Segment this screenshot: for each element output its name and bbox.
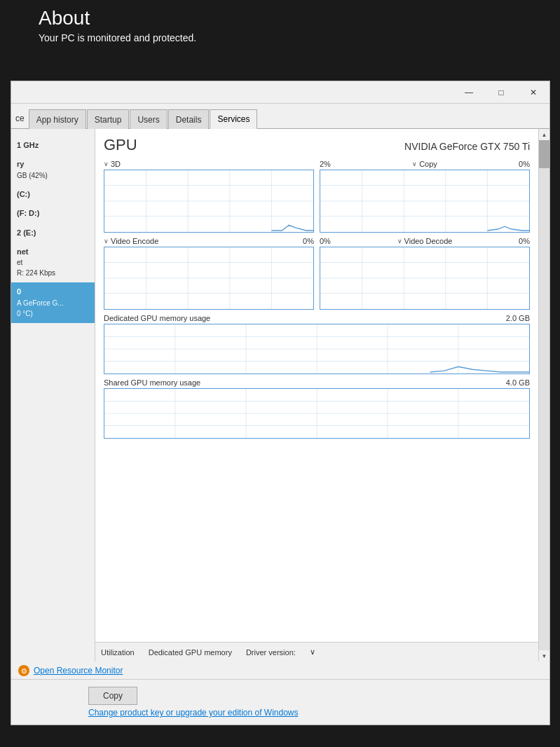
title-bar: — □ ✕ — [11, 81, 549, 104]
bottom-bar: Copy Change product key or upgrade your … — [11, 679, 549, 725]
title-bar-buttons: — □ ✕ — [453, 81, 549, 103]
dedicated-memory-chart — [104, 324, 530, 374]
about-subtitle: Your PC is monitored and protected. — [39, 32, 196, 43]
chart-encode-percent: 0% — [303, 237, 314, 245]
tab-users[interactable]: Users — [130, 109, 167, 129]
gpu-top-chart-row: ∨ 3D — [104, 160, 530, 233]
chart-3d-canvas — [104, 170, 314, 233]
tab-ellipsis: ce — [11, 109, 29, 128]
sidebar-item-disk-fd[interactable]: (F: D:) — [11, 204, 95, 223]
tab-services[interactable]: Services — [210, 109, 257, 129]
status-driver: Driver version: — [246, 648, 296, 657]
gpu-model-name: NVIDIA GeForce GTX 750 Ti — [404, 141, 530, 152]
task-manager-window: — □ ✕ ce App history Startup Users Detai… — [11, 81, 550, 725]
left-sidebar: 1 GHz ry GB (42%) (C:) (F: D:) 2 (E:) ne… — [11, 129, 95, 662]
shared-memory-label: Shared GPU memory usage — [104, 378, 200, 387]
chart-copy-canvas — [320, 170, 530, 233]
shared-memory-chart — [104, 388, 530, 439]
dedicated-memory-label-row: Dedicated GPU memory usage 2.0 GB — [104, 314, 530, 322]
dedicated-memory-svg — [104, 324, 529, 374]
open-resource-monitor-link[interactable]: Open Resource Monitor — [34, 666, 123, 676]
chart-video-encode: ∨ Video Encode 0% — [104, 237, 314, 310]
chart-3d-label-row: ∨ 3D — [104, 160, 314, 168]
chart-decode-percent: 0% — [519, 237, 530, 245]
dedicated-memory-section: Dedicated GPU memory usage 2.0 GB — [104, 314, 530, 374]
scroll-down-arrow[interactable]: ▼ — [539, 650, 550, 662]
tab-bar: ce App history Startup Users Details Ser… — [11, 104, 549, 129]
chart-copy-label-row: 2% ∨ Copy 0% — [320, 160, 530, 168]
outer-wrapper: About Your PC is monitored and protected… — [0, 0, 560, 747]
chart-copy: 2% ∨ Copy 0% — [320, 160, 530, 233]
minimize-button[interactable]: — — [453, 81, 485, 104]
upgrade-windows-link[interactable]: Change product key or upgrade your editi… — [88, 708, 542, 718]
main-content: GPU NVIDIA GeForce GTX 750 Ti ∨ 3D — [95, 129, 538, 662]
tab-details[interactable]: Details — [168, 109, 210, 129]
chart-decode-svg — [320, 247, 529, 309]
status-driver-dropdown[interactable]: ∨ — [310, 647, 315, 657]
chevron-down-icon-4[interactable]: ∨ — [397, 238, 402, 245]
status-dedicated-mem: Dedicated GPU memory — [149, 648, 232, 657]
dedicated-memory-label: Dedicated GPU memory usage — [104, 314, 210, 322]
sidebar-item-disk-e[interactable]: 2 (E:) — [11, 224, 95, 242]
resource-monitor-bar: ⊙ Open Resource Monitor — [11, 662, 549, 679]
gpu-header: GPU NVIDIA GeForce GTX 750 Ti — [104, 136, 530, 154]
gpu-section-title: GPU — [104, 136, 137, 154]
sidebar-item-cpu[interactable]: 1 GHz — [11, 136, 95, 155]
sidebar-item-disk-c[interactable]: (C:) — [11, 185, 95, 204]
chart-3d-label: ∨ 3D — [104, 160, 121, 168]
chart-encode-canvas — [104, 247, 314, 310]
sidebar-item-network[interactable]: net et R: 224 Kbps — [11, 242, 95, 282]
chart-copy-svg — [320, 170, 529, 232]
maximize-button[interactable]: □ — [485, 81, 517, 104]
chart-video-decode: 0% ∨ Video Decode 0% — [320, 237, 530, 310]
copy-button[interactable]: Copy — [88, 687, 137, 705]
shared-memory-label-row: Shared GPU memory usage 4.0 GB — [104, 378, 530, 387]
scroll-thumb[interactable] — [539, 140, 549, 168]
close-button[interactable]: ✕ — [517, 81, 549, 104]
tab-app-history[interactable]: App history — [29, 109, 86, 129]
chart-3d-svg — [104, 170, 313, 232]
chart-encode-svg — [104, 247, 313, 309]
chart-decode-label: ∨ Video Decode — [397, 237, 453, 245]
sidebar-item-gpu[interactable]: 0 A GeForce G... 0 °C) — [11, 282, 95, 322]
scroll-track[interactable] — [539, 140, 549, 650]
status-utilization: Utilization — [101, 648, 135, 657]
chart-encode-label: ∨ Video Encode — [104, 237, 158, 245]
chart-copy-percent: 0% — [519, 160, 530, 168]
gpu-encode-decode-row: ∨ Video Encode 0% — [104, 237, 530, 310]
chart-3d: ∨ 3D — [104, 160, 314, 233]
chart-decode-label-row: 0% ∨ Video Decode 0% — [320, 237, 530, 245]
chevron-down-icon[interactable]: ∨ — [104, 160, 109, 167]
sidebar-item-memory[interactable]: ry GB (42%) — [11, 155, 95, 184]
scrollbar[interactable]: ▲ ▼ — [538, 129, 549, 662]
chevron-down-icon-2[interactable]: ∨ — [412, 160, 417, 167]
status-row: Utilization Dedicated GPU memory Driver … — [95, 642, 538, 662]
chart-decode-percent-left: 0% — [320, 237, 331, 245]
tab-startup[interactable]: Startup — [87, 109, 130, 129]
scroll-up-arrow[interactable]: ▲ — [539, 129, 550, 140]
about-section: About Your PC is monitored and protected… — [39, 7, 196, 43]
chart-encode-label-row: ∨ Video Encode 0% — [104, 237, 314, 245]
shared-memory-section: Shared GPU memory usage 4.0 GB — [104, 378, 530, 439]
chart-decode-canvas — [320, 247, 530, 310]
chevron-down-icon-3[interactable]: ∨ — [104, 238, 109, 245]
about-title: About — [39, 7, 196, 29]
shared-memory-svg — [104, 389, 529, 438]
resource-monitor-icon: ⊙ — [18, 665, 29, 676]
shared-memory-size: 4.0 GB — [506, 378, 530, 387]
chart-copy-percent-label: 2% — [320, 160, 331, 168]
dedicated-memory-size: 2.0 GB — [506, 314, 530, 322]
chart-copy-label: ∨ Copy — [412, 160, 437, 168]
